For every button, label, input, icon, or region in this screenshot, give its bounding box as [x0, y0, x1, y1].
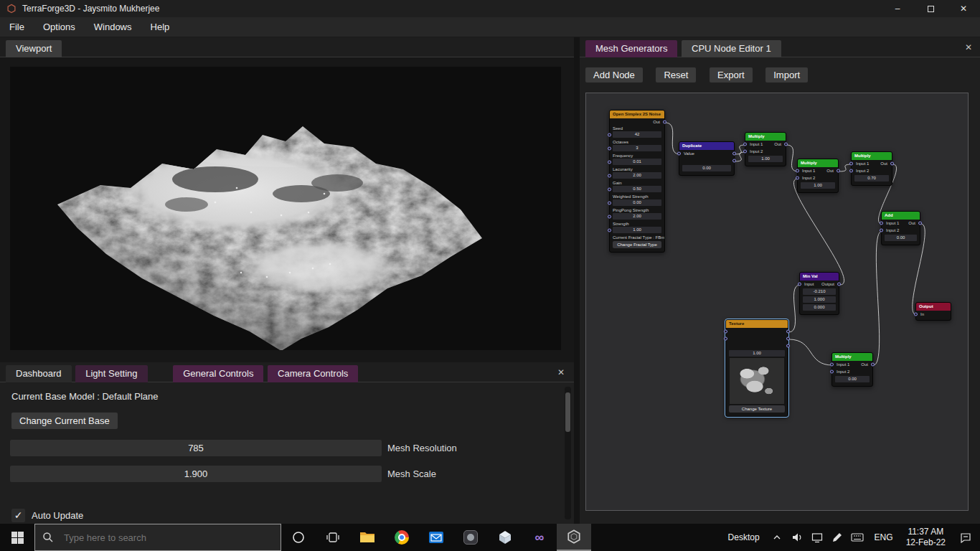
node-value[interactable]: 1.00: [729, 350, 785, 357]
menu-windows[interactable]: Windows: [85, 17, 141, 37]
touch-keyboard-button[interactable]: [847, 524, 867, 551]
taskbar-clock[interactable]: 11:37 AM 12-Feb-22: [900, 524, 951, 551]
node-input-pin[interactable]: [608, 160, 611, 164]
tab-cpu-node-editor[interactable]: CPU Node Editor 1: [682, 40, 781, 57]
node-input-pin[interactable]: [608, 174, 611, 177]
export-button[interactable]: Export: [710, 67, 753, 83]
taskbar-search-box[interactable]: [34, 524, 281, 551]
menu-help[interactable]: Help: [141, 17, 179, 37]
node-input-pin[interactable]: [796, 176, 799, 180]
node-output-pin[interactable]: [871, 363, 875, 367]
node-multiply2[interactable]: MultiplyInput 1OutInput 21.00: [797, 159, 839, 193]
node-value[interactable]: 0.01: [613, 159, 661, 165]
node-value[interactable]: 0.00: [885, 235, 917, 241]
menu-options[interactable]: Options: [34, 17, 85, 37]
node-opensimplex[interactable]: Open Simplex 2S NoiseOutSeed42Octaves3Fr…: [609, 110, 665, 253]
scrollbar-thumb[interactable]: [565, 392, 570, 432]
node-output-pin[interactable]: [732, 159, 736, 163]
node-input-pin[interactable]: [849, 169, 853, 173]
node-header[interactable]: Multiply: [832, 353, 872, 361]
node-multiply1[interactable]: MultiplyInput 1OutInput 21.00: [745, 132, 786, 166]
node-output-pin[interactable]: [786, 337, 790, 341]
node-value[interactable]: 0.50: [613, 186, 661, 192]
node-output-pin[interactable]: [784, 143, 788, 146]
node-output-pin[interactable]: [837, 283, 841, 286]
node-output-pin[interactable]: [786, 344, 790, 348]
tab-light-setting[interactable]: Light Setting: [75, 365, 147, 382]
node-value[interactable]: 0.00: [682, 165, 731, 171]
node-multiply3[interactable]: MultiplyInput 1OutInput 20.70: [851, 151, 892, 186]
node-header[interactable]: Add: [882, 212, 920, 220]
taskbar-icon-file-explorer[interactable]: [350, 524, 385, 551]
menu-file[interactable]: File: [0, 17, 34, 37]
taskbar-icon-app-b[interactable]: [488, 524, 522, 551]
search-input[interactable]: [62, 532, 273, 544]
node-value[interactable]: 0.00: [835, 376, 870, 382]
node-value[interactable]: 0.70: [854, 175, 889, 182]
node-input-pin[interactable]: [608, 215, 611, 218]
start-button[interactable]: [0, 524, 34, 551]
node-value[interactable]: 42: [613, 131, 661, 138]
tab-general-controls[interactable]: General Controls: [173, 365, 263, 382]
display-button[interactable]: [807, 524, 827, 551]
node-output-pin[interactable]: [918, 222, 922, 225]
node-input-pin[interactable]: [914, 313, 918, 316]
taskbar-icon-chrome[interactable]: [385, 524, 419, 551]
node-header[interactable]: Min Val: [800, 273, 839, 281]
node-input-pin[interactable]: [608, 146, 611, 150]
node-input-pin[interactable]: [880, 222, 883, 225]
mesh-resolution-input[interactable]: 785: [10, 440, 382, 456]
node-input-pin[interactable]: [677, 152, 681, 156]
node-output-pin[interactable]: [663, 121, 666, 124]
taskbar-icon-app-a[interactable]: [453, 524, 488, 551]
action-center-button[interactable]: [951, 524, 980, 551]
taskbar-icon-mail[interactable]: [419, 524, 453, 551]
node-header[interactable]: Output: [916, 303, 951, 311]
node-header[interactable]: Open Simplex 2S Noise: [610, 110, 664, 118]
viewport-3d-render[interactable]: [10, 67, 561, 350]
node-minval[interactable]: Min ValInputOutput-0.2101.0000.000: [799, 272, 839, 315]
node-value[interactable]: 0.000: [803, 304, 836, 311]
taskbar-icon-terraforge3d[interactable]: [557, 524, 591, 551]
node-input-pin[interactable]: [743, 143, 747, 146]
add-node-button[interactable]: Add Node: [585, 67, 643, 83]
language-indicator[interactable]: ENG: [867, 524, 900, 551]
import-button[interactable]: Import: [765, 67, 808, 83]
close-button[interactable]: ✕: [947, 0, 980, 17]
node-input-pin[interactable]: [608, 201, 611, 204]
node-output-pin[interactable]: [786, 330, 790, 334]
node-input-pin[interactable]: [724, 330, 727, 334]
node-input-pin[interactable]: [880, 229, 883, 232]
tab-dashboard[interactable]: Dashboard: [6, 365, 72, 382]
node-texture[interactable]: Texture1.00Change Texture: [725, 319, 788, 417]
node-value[interactable]: 0.00: [613, 199, 661, 206]
tab-camera-controls[interactable]: Camera Controls: [268, 365, 358, 382]
desktop-toolbar-label[interactable]: Desktop: [721, 524, 767, 551]
node-input-pin[interactable]: [849, 162, 853, 166]
node-value[interactable]: 1.00: [613, 227, 661, 233]
node-input-pin[interactable]: [798, 283, 801, 286]
node-value[interactable]: 1.000: [803, 296, 836, 303]
node-value[interactable]: 3: [613, 145, 661, 151]
dashboard-close-icon[interactable]: ✕: [555, 367, 567, 377]
node-value[interactable]: 1.00: [748, 156, 783, 162]
hidden-icons-button[interactable]: [767, 524, 787, 551]
node-button[interactable]: Change Texture: [729, 405, 785, 413]
auto-update-checkbox[interactable]: ✓: [11, 509, 25, 522]
node-duplicate[interactable]: DuplicateValue0.00: [679, 141, 735, 176]
change-current-base-button[interactable]: Change Current Base: [11, 413, 118, 429]
pen-button[interactable]: [827, 524, 847, 551]
node-input-pin[interactable]: [830, 363, 834, 367]
node-output-pin[interactable]: [890, 162, 894, 166]
node-header[interactable]: Duplicate: [679, 142, 734, 150]
node-header[interactable]: Texture: [726, 320, 788, 328]
node-header[interactable]: Multiply: [852, 152, 892, 160]
tab-mesh-generators[interactable]: Mesh Generators: [585, 40, 677, 57]
node-input-pin[interactable]: [724, 337, 727, 341]
minimize-button[interactable]: –: [881, 0, 914, 17]
maximize-button[interactable]: [914, 0, 947, 17]
node-output[interactable]: OutputIn: [915, 302, 951, 321]
node-input-pin[interactable]: [608, 187, 611, 191]
node-header[interactable]: Multiply: [798, 159, 838, 167]
node-output-pin[interactable]: [837, 169, 840, 173]
